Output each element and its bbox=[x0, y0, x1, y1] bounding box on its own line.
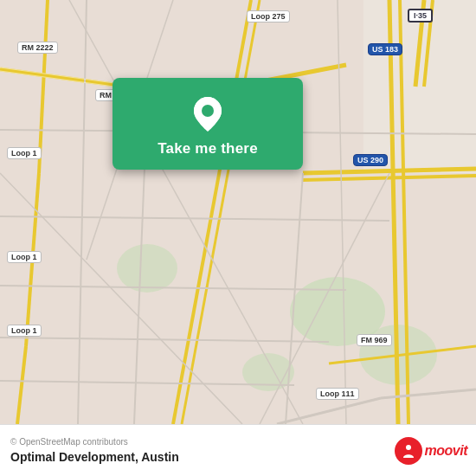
map-pin-icon bbox=[189, 93, 227, 132]
svg-point-39 bbox=[406, 445, 411, 450]
map-container: RM 2222 RM 2222 Loop 275 US 183 US 290 L… bbox=[0, 0, 476, 424]
moovit-text: moovit bbox=[425, 443, 467, 459]
bottom-bar: © OpenStreetMap contributors Optimal Dev… bbox=[0, 424, 476, 476]
label-loop275: Loop 275 bbox=[247, 10, 290, 23]
label-loop1-mid: Loop 1 bbox=[7, 251, 42, 263]
svg-point-38 bbox=[202, 105, 214, 117]
moovit-icon bbox=[395, 437, 422, 465]
label-us290: US 290 bbox=[353, 154, 388, 166]
label-loop1-bot: Loop 1 bbox=[7, 325, 42, 337]
label-loop1-top: Loop 1 bbox=[7, 147, 42, 159]
take-me-there-popup[interactable]: Take me there bbox=[113, 78, 303, 170]
take-me-there-label: Take me there bbox=[158, 140, 258, 158]
svg-point-2 bbox=[117, 244, 177, 293]
label-i35: I·35 bbox=[408, 9, 433, 23]
label-fm969: FM 969 bbox=[357, 334, 392, 346]
moovit-logo: moovit bbox=[395, 437, 467, 465]
label-rm2222-top: RM 2222 bbox=[17, 42, 58, 54]
label-loop111: Loop 111 bbox=[316, 388, 359, 400]
label-us183: US 183 bbox=[368, 43, 402, 55]
map-svg bbox=[0, 0, 476, 424]
